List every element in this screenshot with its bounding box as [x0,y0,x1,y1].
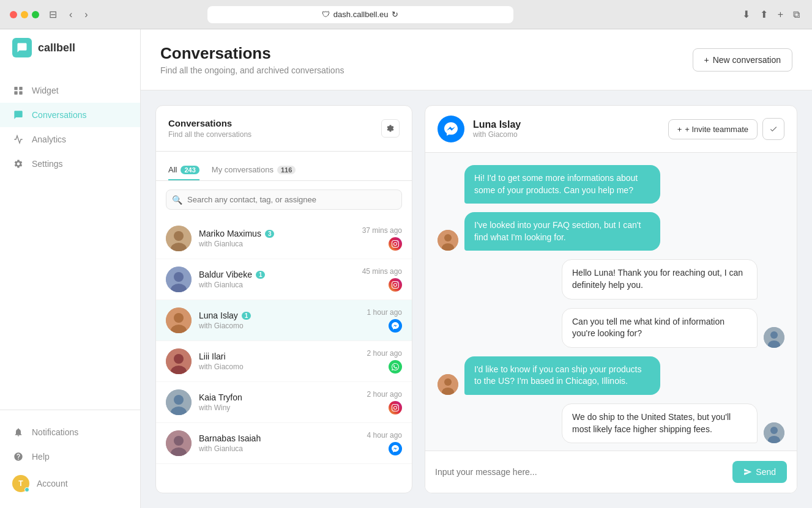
download-icon[interactable]: ⬇ [740,6,753,23]
assignee: with Gianluca [199,281,355,289]
sidebar-item-account[interactable]: T Account [0,469,140,498]
new-conversation-label: New conversation [713,55,781,65]
assignee: with Giacomo [199,322,360,330]
conversations-panel: Conversations Find all the conversations… [155,105,412,493]
time: 45 mins ago [362,267,402,276]
browser-chrome: ⊟ ‹ › 🛡 dash.callbell.eu ↻ ⬇ ⬆ + ⧉ [0,0,812,29]
online-indicator [24,487,29,492]
page-title-area: Conversations Find all the ongoing, and … [160,44,344,75]
tab-all-label: All [168,165,177,174]
list-item[interactable]: Kaia Tryfon with Winy 2 hour ago [156,382,412,423]
plus-icon: + [704,55,709,65]
sidebar-item-analytics[interactable]: Analytics [0,127,140,152]
list-item[interactable]: Luna Islay 1 with Giacomo 1 hour ago [156,300,412,341]
tabs-icon[interactable]: ⧉ [791,7,802,23]
sidebar-item-label-widget: Widget [32,86,59,95]
share-icon[interactable]: ⬆ [758,6,770,23]
message-bubble: Hi! I'd to get some more informations ab… [464,165,660,204]
sidebar-item-notifications[interactable]: Notifications [0,420,140,444]
conv-info: Barnabas Isaiah with Gianluca [199,433,360,453]
conv-panel-title-area: Conversations Find all the conversations [168,118,251,139]
avatar [166,267,192,292]
refresh-icon: ↻ [392,10,398,19]
new-conversation-button[interactable]: + New conversation [693,48,792,72]
message-input[interactable] [435,467,725,477]
list-item[interactable]: Barnabas Isaiah with Gianluca 4 hour ago [156,423,412,464]
close-button[interactable] [10,11,17,18]
assignee: with Giacomo [199,363,360,371]
sidebar-item-label-help: Help [32,452,50,462]
tab-all[interactable]: All 243 [168,160,199,180]
avatar-initials: T [18,479,23,488]
forward-button[interactable]: › [82,7,90,23]
settings-gear-button[interactable] [381,119,400,138]
invite-label: + Invite teammate [685,125,748,134]
back-button[interactable]: ‹ [67,7,75,23]
channel-icon [389,237,402,251]
list-item[interactable]: Liii Ilari with Giacomo 2 hour ago [156,341,412,382]
sidebar-item-label-conversations: Conversations [32,110,87,120]
invite-teammate-button[interactable]: + + Invite teammate [668,119,758,139]
sidebar-item-help[interactable]: Help [0,444,140,469]
svg-point-30 [444,378,452,386]
svg-point-24 [444,234,452,241]
list-item[interactable]: Mariko Maximus 3 with Gianluca 37 mins a… [156,218,412,259]
conv-info: Mariko Maximus 3 with Gianluca [199,229,355,248]
minimize-button[interactable] [21,11,28,18]
sidebar-item-label-settings: Settings [32,159,63,169]
logo-text: callbell [38,42,75,54]
send-button[interactable]: Send [732,461,787,483]
channel-icon [389,360,402,374]
search-icon: 🔍 [172,195,182,205]
address-bar[interactable]: 🛡 dash.callbell.eu ↻ [207,6,513,23]
contact-name: Barnabas Isaiah [199,433,261,443]
sidebar-toggle-button[interactable]: ⊟ [47,6,59,23]
settings-icon [12,158,24,170]
conv-info: Liii Ilari with Giacomo [199,352,360,371]
conversations-icon [12,109,24,121]
avatar [166,348,192,374]
list-item[interactable]: Baldur Vibeke 1 with Gianluca 45 mins ag… [156,259,412,300]
maximize-button[interactable] [32,11,39,18]
svg-rect-3 [19,91,22,94]
conversations-list: Mariko Maximus 3 with Gianluca 37 mins a… [156,218,412,493]
svg-rect-0 [14,87,17,90]
sidebar-item-settings[interactable]: Settings [0,152,140,176]
sidebar-item-conversations[interactable]: Conversations [0,103,140,127]
chat-contact-name: Luna Islay [473,119,660,130]
message-row: Hi! I'd to get some more informations ab… [438,165,784,204]
svg-rect-2 [14,91,17,94]
message-bubble: Hello Luna! Thank you for reaching out, … [562,259,758,299]
new-tab-icon[interactable]: + [775,7,786,23]
svg-point-27 [770,331,778,339]
svg-point-8 [174,272,184,282]
svg-point-17 [174,395,184,405]
assignee: with Winy [199,403,360,412]
sidebar-item-label-analytics: Analytics [32,134,66,144]
avatar [438,230,458,251]
sidebar: callbell Widget Conversations Analytics [0,29,141,508]
channel-icon [389,442,402,455]
tab-all-badge: 243 [181,166,199,174]
search-input[interactable] [166,190,402,210]
message-row: Hello Luna! Thank you for reaching out, … [438,259,784,299]
sidebar-item-widget[interactable]: Widget [0,78,140,103]
chat-contact-sub: with Giacomo [473,130,660,139]
svg-point-20 [174,436,184,446]
send-label: Send [756,467,776,477]
logo-area: callbell [0,29,140,66]
messages-area: Hi! I'd to get some more informations ab… [425,153,797,451]
url-text: dash.callbell.eu [333,10,389,19]
resolve-button[interactable] [762,118,784,140]
chat-contact-info: Luna Islay with Giacomo [473,119,660,139]
tab-mine-badge: 116 [277,166,296,174]
tab-my-conversations[interactable]: My conversations 116 [212,160,296,180]
tab-mine-label: My conversations [212,165,274,174]
conv-meta: 37 mins ago [362,226,402,251]
analytics-icon [12,133,24,145]
conv-meta: 2 hour ago [367,349,402,374]
nav-bottom: Notifications Help T Account [0,410,140,508]
conv-meta: 1 hour ago [367,308,402,333]
assignee: with Gianluca [199,240,355,248]
traffic-lights [10,11,39,18]
